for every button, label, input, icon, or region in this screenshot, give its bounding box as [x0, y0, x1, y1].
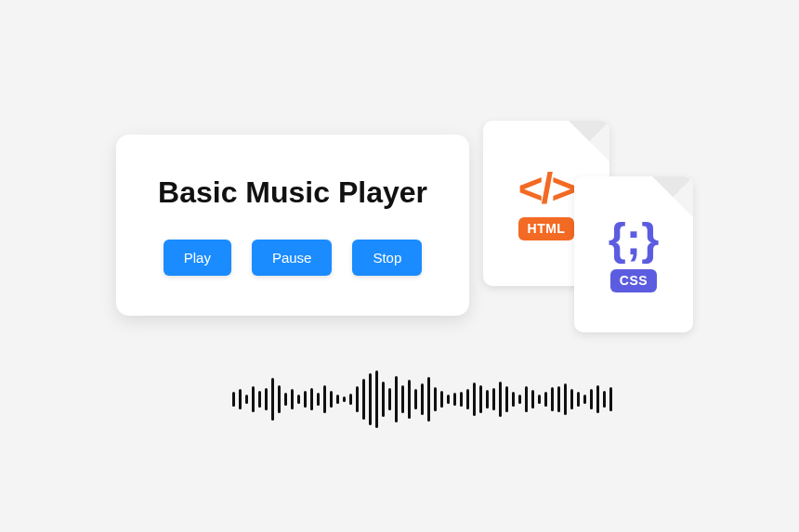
waveform-bar [408, 380, 411, 419]
waveform-bar [518, 395, 521, 404]
waveform-bar [603, 391, 606, 408]
waveform-bar [434, 387, 437, 411]
player-title: Basic Music Player [158, 175, 427, 210]
waveform-bar [395, 376, 398, 422]
waveform-bar [382, 382, 385, 417]
page-fold-icon [569, 121, 609, 162]
waveform-bar [492, 388, 495, 410]
music-player-card: Basic Music Player Play Pause Stop [116, 135, 469, 316]
waveform-bar [544, 392, 547, 407]
waveform-bar [583, 395, 586, 404]
css-badge: CSS [610, 269, 657, 292]
waveform-bar [401, 385, 404, 413]
waveform-bar [427, 377, 430, 422]
waveform-bar [453, 393, 456, 406]
waveform-bar [538, 395, 541, 404]
waveform-bar [330, 391, 333, 408]
waveform-bar [245, 395, 248, 404]
waveform-bar [297, 395, 300, 404]
waveform-bar [505, 386, 508, 412]
waveform-bar [466, 389, 469, 409]
waveform-bar [258, 391, 261, 408]
audio-waveform-icon [232, 367, 612, 432]
waveform-bar [479, 385, 482, 413]
waveform-bar [362, 379, 365, 420]
page-fold-icon [652, 176, 693, 217]
html-badge: HTML [518, 217, 575, 240]
waveform-bar [499, 382, 502, 417]
pause-button[interactable]: Pause [252, 240, 333, 276]
waveform-bar [460, 392, 463, 407]
css-file-icon: {;} CSS [574, 176, 693, 332]
waveform-bar [551, 387, 554, 411]
waveform-bar [271, 378, 274, 421]
waveform-bar [356, 386, 359, 412]
waveform-bar [590, 389, 593, 409]
waveform-bar [317, 393, 320, 406]
play-button[interactable]: Play [164, 240, 231, 276]
file-icons-group: </> HTML {;} CSS [483, 121, 715, 334]
waveform-bar [323, 385, 326, 413]
waveform-bar [596, 385, 599, 413]
stop-button[interactable]: Stop [352, 240, 422, 276]
waveform-bar [239, 389, 242, 409]
waveform-bar [369, 373, 372, 425]
waveform-bar [232, 392, 235, 407]
waveform-bar [564, 383, 567, 415]
waveform-bar [375, 370, 378, 428]
waveform-bar [336, 395, 339, 404]
code-bracket-icon: </> [518, 167, 575, 210]
waveform-bar [421, 383, 424, 415]
waveform-bar [440, 391, 443, 408]
waveform-bar [252, 386, 255, 412]
waveform-bar [512, 392, 515, 407]
waveform-bar [570, 389, 573, 409]
waveform-bar [414, 389, 417, 409]
waveform-bar [291, 389, 294, 409]
waveform-bar [447, 395, 450, 404]
waveform-bar [531, 390, 534, 409]
waveform-bar [284, 393, 287, 406]
waveform-bar [609, 387, 612, 411]
waveform-bar [278, 385, 281, 413]
waveform-bar [349, 394, 352, 405]
waveform-bar [310, 388, 313, 410]
waveform-bar [557, 386, 560, 412]
waveform-bar [304, 391, 307, 408]
waveform-bar [265, 388, 268, 410]
waveform-bar [388, 388, 391, 410]
waveform-bar [486, 390, 489, 409]
waveform-bar [473, 383, 476, 416]
css-braces-icon: {;} [609, 216, 659, 262]
waveform-bar [525, 386, 528, 412]
player-controls: Play Pause Stop [164, 240, 423, 276]
waveform-bar [343, 396, 346, 402]
waveform-bar [577, 392, 580, 407]
